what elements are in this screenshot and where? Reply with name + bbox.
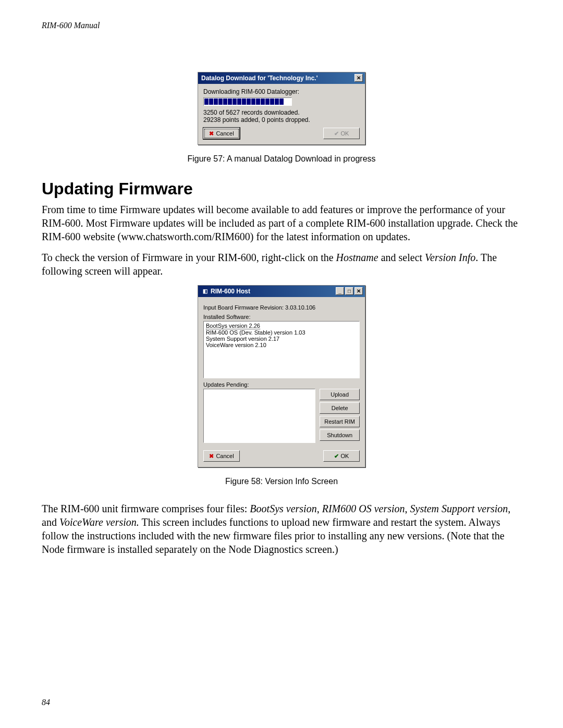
window-controls: ✕ <box>354 74 363 82</box>
shutdown-label: Shutdown <box>327 432 352 438</box>
progress-segment <box>265 98 270 105</box>
running-head: RIM-600 Manual <box>42 21 521 30</box>
x-icon: ✖ <box>209 130 214 137</box>
progress-segment <box>237 98 241 105</box>
progress-segment <box>223 98 227 105</box>
ok-button[interactable]: ✔ OK <box>323 128 360 139</box>
version-info-italic: Version Info <box>425 252 475 263</box>
restart-label: Restart RIM <box>324 418 355 425</box>
app-icon: ◧ <box>201 288 209 295</box>
para3-i2: VoiceWare version. <box>59 516 139 528</box>
side-buttons: Upload Delete Restart RIM Shutdown <box>320 389 360 441</box>
ok-button-label: OK <box>341 130 349 137</box>
check-icon: ✔ <box>334 453 339 460</box>
datalog-download-dialog: Datalog Download for 'Technology Inc.' ✕… <box>198 72 365 145</box>
dialog-title-bar: ◧ RIM-600 Host _ □ ✕ <box>198 286 365 297</box>
maximize-icon[interactable]: □ <box>345 287 353 295</box>
progress-segment <box>270 98 274 105</box>
upload-label: Upload <box>331 391 349 398</box>
para3-b: and <box>42 516 59 528</box>
status-line-1: Downloading RIM-600 Datalogger: <box>203 88 360 95</box>
progress-segment <box>261 98 265 105</box>
progress-segment <box>214 98 218 105</box>
heading-updating-firmware: Updating Firmware <box>42 179 521 199</box>
progress-segment <box>279 98 284 105</box>
installed-software-label: Installed Software: <box>203 314 360 320</box>
para2-a: To check the version of Firmware in your… <box>42 252 336 263</box>
updates-pending-listbox[interactable] <box>203 389 315 443</box>
para3-i1: BootSys version, RIM600 OS version, Syst… <box>250 503 510 514</box>
cancel-button-label: Cancel <box>216 130 234 137</box>
progress-segment <box>209 98 213 105</box>
para2-b: and select <box>378 252 425 263</box>
pending-row: Upload Delete Restart RIM Shutdown <box>203 389 360 443</box>
minimize-icon[interactable]: _ <box>336 287 344 295</box>
dialog-body: Downloading RIM-600 Datalogger: <box>198 84 365 144</box>
dialog-title: Datalog Download for 'Technology Inc.' <box>201 75 318 82</box>
paragraph-1: From time to time Firmware updates will … <box>42 203 521 243</box>
check-icon: ✔ <box>334 130 339 137</box>
delete-button[interactable]: Delete <box>320 402 360 414</box>
progress-segment <box>242 98 246 105</box>
progress-segment <box>251 98 255 105</box>
para3-a: The RIM-600 unit firmware comprises four… <box>42 503 250 514</box>
progress-segment <box>232 98 237 105</box>
progress-segment <box>275 98 279 105</box>
hostname-italic: Hostname <box>336 252 378 263</box>
ok-label: OK <box>341 453 349 459</box>
list-item[interactable]: System Support version 2.17 <box>206 336 357 342</box>
firmware-revision-label: Input Board Firmware Revision: 3.03.10.1… <box>203 304 360 311</box>
x-icon: ✖ <box>209 453 214 460</box>
updates-pending-label: Updates Pending: <box>203 381 360 388</box>
button-row: ✖ Cancel ✔ OK <box>203 128 360 139</box>
dialog-title-bar: Datalog Download for 'Technology Inc.' ✕ <box>198 72 365 84</box>
upload-button[interactable]: Upload <box>320 389 360 400</box>
progress-segment <box>218 98 223 105</box>
progress-bar <box>203 97 292 106</box>
para1-b: Most Firmware updates will be included a… <box>42 217 518 242</box>
restart-button[interactable]: Restart RIM <box>320 416 360 427</box>
cancel-label: Cancel <box>216 453 234 459</box>
ok-button[interactable]: ✔ OK <box>323 450 360 462</box>
progress-segment <box>204 98 209 105</box>
close-icon[interactable]: ✕ <box>354 287 363 295</box>
dialog-title: RIM-600 Host <box>211 288 250 295</box>
figure-caption-57: Figure 57: A manual Datalog Download in … <box>42 154 521 164</box>
progress-segment <box>247 98 251 105</box>
version-info-dialog: ◧ RIM-600 Host _ □ ✕ Input Board Firmwar… <box>198 285 365 467</box>
button-row: ✖ Cancel ✔ OK <box>203 450 360 462</box>
page-number: 84 <box>42 698 50 707</box>
list-item[interactable]: BootSys version 2.26 <box>206 323 260 329</box>
cancel-button[interactable]: ✖ Cancel <box>203 128 240 139</box>
paragraph-2: To check the version of Firmware in your… <box>42 251 521 278</box>
delete-label: Delete <box>332 405 348 411</box>
cancel-button[interactable]: ✖ Cancel <box>203 450 240 462</box>
figure-caption-58: Figure 58: Version Info Screen <box>42 477 521 486</box>
close-icon[interactable]: ✕ <box>354 74 363 82</box>
progress-segment <box>228 98 232 105</box>
list-item[interactable]: RIM-600 OS (Dev. Stable) version 1.03 <box>206 329 357 336</box>
shutdown-button[interactable]: Shutdown <box>320 429 360 441</box>
progress-segment <box>256 98 260 105</box>
status-line-3: 29238 points added, 0 points dropped. <box>203 116 360 124</box>
status-line-2: 3250 of 5627 records downloaded. <box>203 109 360 116</box>
installed-software-listbox[interactable]: BootSys version 2.26 RIM-600 OS (Dev. St… <box>203 321 360 378</box>
page: RIM-600 Manual Datalog Download for 'Tec… <box>0 0 563 728</box>
paragraph-3: The RIM-600 unit firmware comprises four… <box>42 502 521 556</box>
window-controls: _ □ ✕ <box>336 287 363 295</box>
dialog-body: Input Board Firmware Revision: 3.03.10.1… <box>198 297 365 467</box>
list-item[interactable]: VoiceWare version 2.10 <box>206 342 357 348</box>
